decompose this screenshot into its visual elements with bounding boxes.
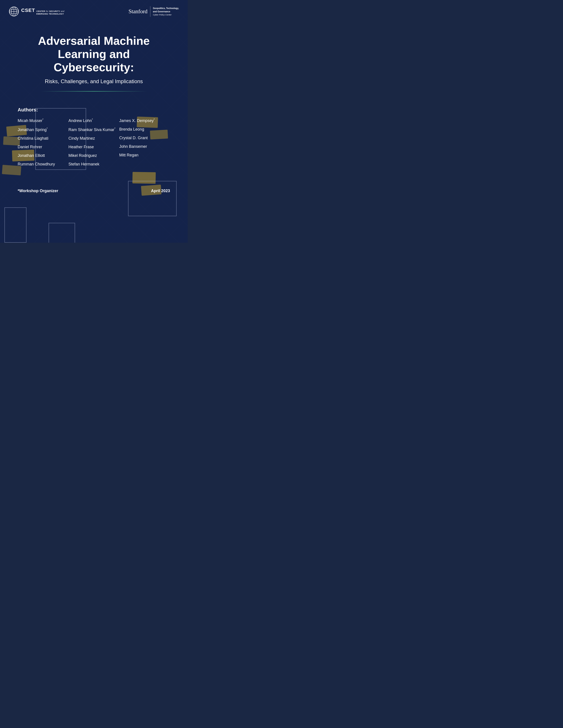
author-col-2: Andrew Lohn* Ram Shankar Siva Kumar* Cin… bbox=[68, 118, 119, 167]
author-andrew-lohn: Andrew Lohn* bbox=[68, 118, 119, 123]
author-jonathan-spring: Jonathan Spring* bbox=[18, 127, 68, 132]
stanford-divider bbox=[150, 6, 150, 17]
author-daniel-rohrer: Daniel Rohrer bbox=[18, 145, 68, 149]
page-footer: *Workshop Organizer April 2023 bbox=[0, 175, 188, 202]
author-james-dempsey: James X. Dempsey* bbox=[119, 118, 170, 123]
subtitle: Risks, Challenges, and Legal Implication… bbox=[18, 78, 170, 84]
author-stefan-hermanek: Stefan Hermanek bbox=[68, 162, 119, 167]
author-heather-frase: Heather Frase bbox=[68, 145, 119, 149]
author-brenda-leong: Brenda Leong bbox=[119, 127, 170, 132]
author-mikel-rodriguez: Mikel Rodriguez bbox=[68, 153, 119, 158]
page-header: CSET CENTER for SECURITY andEMERGING TEC… bbox=[0, 0, 188, 21]
author-col-1: Micah Musser* Jonathan Spring* Christina… bbox=[18, 118, 68, 167]
title-area: Adversarial MachineLearning and Cybersec… bbox=[0, 21, 188, 107]
cset-globe-icon bbox=[9, 6, 19, 17]
stanford-subtitle: Geopolitics, Technology, and Governance … bbox=[153, 7, 179, 16]
stanford-name: Stanford bbox=[128, 8, 147, 15]
date-label: April 2023 bbox=[151, 189, 170, 193]
author-christina-liaghati: Christina Liaghati bbox=[18, 136, 68, 141]
authors-section: Authors: Micah Musser* Jonathan Spring* … bbox=[0, 107, 188, 175]
main-title: Adversarial MachineLearning and Cybersec… bbox=[18, 34, 170, 74]
author-ram-shankar: Ram Shankar Siva Kumar* bbox=[68, 127, 119, 132]
author-col-3: James X. Dempsey* Brenda Leong Crystal D… bbox=[119, 118, 170, 167]
author-empty bbox=[119, 161, 170, 166]
cset-acronym: CSET bbox=[21, 8, 35, 13]
author-rumman-chowdhury: Rumman Chowdhury bbox=[18, 162, 68, 167]
workshop-note: *Workshop Organizer bbox=[18, 189, 58, 193]
stanford-logo: Stanford Geopolitics, Technology, and Go… bbox=[128, 6, 179, 17]
title-divider bbox=[41, 91, 147, 92]
authors-grid: Micah Musser* Jonathan Spring* Christina… bbox=[18, 118, 170, 167]
author-cindy-martinez: Cindy Martinez bbox=[68, 136, 119, 141]
author-john-bansemer: John Bansemer bbox=[119, 144, 170, 149]
cset-tagline: CENTER for SECURITY andEMERGING TECHNOLO… bbox=[36, 10, 64, 15]
author-jonathan-elliott: Jonathan Elliott bbox=[18, 153, 68, 158]
author-crystal-grant: Crystal D. Grant bbox=[119, 136, 170, 140]
author-mitt-regan: Mitt Regan bbox=[119, 153, 170, 158]
authors-label: Authors: bbox=[18, 107, 170, 113]
author-micah-musser: Micah Musser* bbox=[18, 118, 68, 123]
cset-logo: CSET CENTER for SECURITY andEMERGING TEC… bbox=[9, 6, 64, 17]
cset-text-block: CSET CENTER for SECURITY andEMERGING TEC… bbox=[21, 8, 64, 15]
